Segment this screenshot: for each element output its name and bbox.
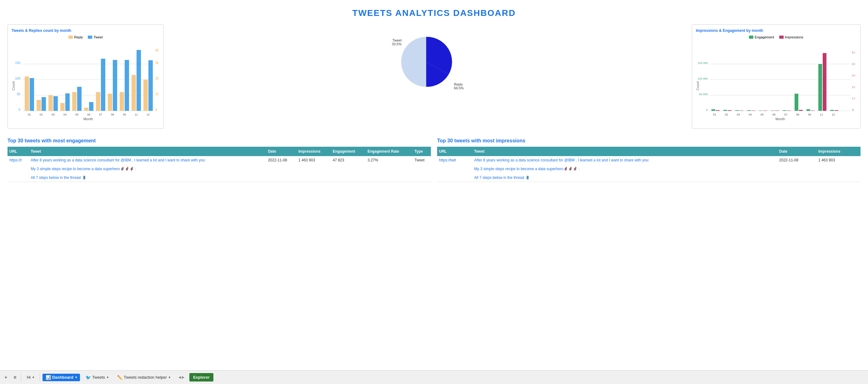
reply-color (68, 36, 73, 39)
svg-rect-75 (763, 110, 767, 111)
svg-rect-65 (723, 110, 727, 111)
svg-rect-25 (77, 87, 82, 111)
svg-rect-66 (728, 110, 732, 111)
legend-engagement: Engagement (749, 35, 774, 39)
right-chart-legend: Engagement Impressions (696, 35, 857, 39)
charts-row: Tweets & Replies count by month Reply Tw… (7, 24, 861, 129)
cell-date: 2022-11-08 (266, 156, 297, 182)
svg-rect-22 (65, 93, 70, 111)
svg-rect-78 (775, 110, 779, 111)
svg-rect-28 (89, 102, 93, 111)
svg-text:03: 03 (737, 113, 740, 116)
svg-text:150: 150 (15, 61, 20, 65)
tweet-color (88, 36, 92, 39)
cell-tweet: After 8 years working as a data science … (472, 156, 777, 182)
impressions-table-section: Top 30 tweets with most impressions URL … (437, 138, 861, 182)
svg-text:12: 12 (832, 113, 835, 116)
col-url: URL (7, 147, 29, 156)
svg-rect-89 (818, 64, 822, 111)
svg-text:01: 01 (713, 113, 716, 116)
col-impressions: Impressions (297, 147, 331, 156)
tab-dashboard[interactable]: 📊 Dashboard ▾ (42, 374, 80, 381)
divider-2 (40, 374, 40, 381)
tab-helper[interactable]: ✏️ Tweets redaction helper ▾ (114, 374, 174, 381)
col-impressions: Impressions (816, 147, 861, 156)
svg-text:400: 400 (155, 49, 158, 52)
svg-text:Count: Count (696, 81, 700, 90)
bar-reply-01 (25, 76, 29, 111)
svg-rect-63 (716, 110, 720, 111)
dashboard-chevron-icon: ▾ (75, 376, 77, 379)
col-rate: Engagement Rate (366, 147, 412, 156)
svg-rect-31 (101, 59, 105, 111)
svg-rect-21 (60, 103, 65, 111)
hi-chevron-icon: ▾ (32, 376, 34, 379)
svg-rect-93 (835, 110, 838, 111)
helper-chevron-icon: ▾ (169, 376, 170, 379)
svg-text:Month: Month (776, 117, 785, 121)
impressions-table: URL Tweet Date Impressions https://twit … (437, 147, 861, 182)
impressions-table-title: Top 30 tweets with most impressions (437, 138, 861, 144)
cell-engagement: 47 823 (331, 156, 366, 182)
tab-tweets-label: Tweets (92, 375, 105, 380)
svg-text:04: 04 (749, 113, 752, 116)
cell-url: https://twit (437, 156, 472, 182)
svg-text:0: 0 (706, 108, 708, 111)
svg-text:05: 05 (75, 113, 79, 116)
dashboard-chart-icon: 📊 (45, 375, 51, 380)
svg-text:100 000: 100 000 (698, 77, 708, 80)
svg-text:07: 07 (784, 113, 787, 116)
svg-rect-27 (84, 108, 88, 111)
cell-tweet: After 8 years working as a data science … (29, 156, 266, 182)
tweets-icon: 🐦 (86, 375, 91, 380)
table-row: https://twit After 8 years working as a … (437, 156, 861, 182)
col-url: URL (437, 147, 472, 156)
svg-text:2 000 000: 2 000 000 (852, 85, 855, 89)
table-row: https://t After 8 years working as a dat… (7, 156, 431, 182)
svg-rect-81 (787, 110, 791, 111)
svg-text:0: 0 (852, 108, 854, 111)
col-type: Type (413, 147, 431, 156)
right-chart-title: Impressions & Engagement by month (696, 28, 857, 33)
svg-rect-33 (108, 94, 112, 111)
impressions-color (779, 36, 784, 39)
svg-text:0: 0 (155, 108, 157, 111)
cell-url: https://t (7, 156, 29, 182)
page-title: TWEETS ANALYTICS DASHBOARD (7, 5, 861, 18)
svg-text:100: 100 (15, 77, 20, 80)
svg-rect-24 (72, 92, 76, 111)
explorer-button[interactable]: Explorer (189, 373, 213, 382)
svg-text:Month: Month (84, 117, 93, 121)
svg-text:11: 11 (135, 113, 138, 116)
svg-rect-74 (759, 110, 763, 111)
svg-text:05: 05 (761, 113, 764, 116)
svg-text:300: 300 (155, 61, 158, 65)
bar-tweet-01 (30, 78, 34, 111)
svg-rect-40 (136, 50, 141, 111)
engagement-table-header: URL Tweet Date Impressions Engagement En… (7, 147, 431, 156)
menu-button[interactable]: ≡ (11, 373, 18, 382)
cell-impressions: 1 463 903 (297, 156, 331, 182)
legend-impressions: Impressions (779, 35, 803, 39)
cell-date: 2022-11-08 (777, 156, 816, 182)
svg-rect-15 (36, 100, 41, 111)
svg-rect-86 (806, 109, 810, 111)
pie-svg (398, 34, 454, 90)
right-bar-svg: 0 50 000 100 000 150 000 0 1 000 000 2 0… (696, 42, 855, 123)
tab-tweets[interactable]: 🐦 Tweets ▾ (83, 374, 112, 381)
right-bar-chart: Impressions & Engagement by month Engage… (692, 24, 861, 129)
svg-text:08: 08 (111, 113, 114, 116)
svg-rect-77 (771, 110, 775, 111)
engagement-legend-label: Engagement (754, 35, 774, 39)
svg-text:100: 100 (155, 93, 158, 96)
svg-text:3 000 000: 3 000 000 (852, 74, 855, 77)
svg-text:08: 08 (796, 113, 799, 116)
tab-hi[interactable]: Hi ▾ (24, 374, 37, 381)
pie-tweet-text: Tweet (392, 38, 402, 42)
bottom-bar: + ≡ Hi ▾ 📊 Dashboard ▾ 🐦 Tweets ▾ ✏️ Twe… (0, 370, 868, 384)
helper-pencil-icon: ✏️ (117, 375, 122, 380)
svg-rect-84 (799, 110, 803, 111)
add-button[interactable]: + (2, 373, 9, 382)
svg-rect-68 (735, 110, 739, 111)
svg-rect-62 (711, 109, 715, 111)
